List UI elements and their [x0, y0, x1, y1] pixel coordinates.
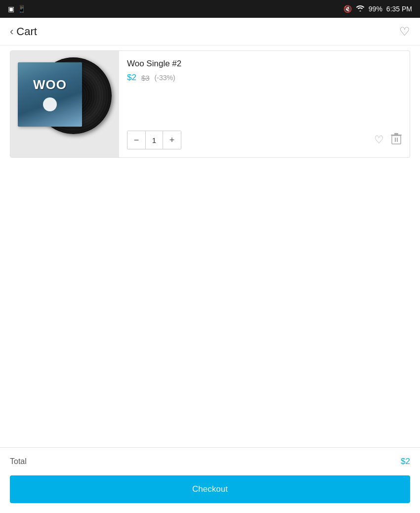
header-wishlist-icon[interactable]: ♡	[399, 25, 410, 39]
svg-rect-1	[395, 138, 396, 142]
wifi-icon	[356, 5, 365, 13]
header: ‹ Cart ♡	[0, 18, 420, 46]
total-label: Total	[10, 457, 27, 466]
quantity-increase-button[interactable]: +	[163, 131, 181, 149]
bottom-section: Total $2 Checkout	[0, 447, 420, 513]
item-pricing: $2 $3 (-33%)	[127, 73, 402, 83]
sim-icon: ▣	[8, 5, 14, 13]
quantity-decrease-button[interactable]: −	[127, 131, 145, 149]
trash-icon	[391, 133, 402, 145]
album-hole	[43, 97, 57, 111]
svg-rect-4	[394, 133, 398, 135]
status-bar: ▣ 📱 🔇 99% 6:35 PM	[0, 0, 420, 18]
album-cover: WOO	[18, 62, 82, 127]
quantity-control: − 1 +	[127, 131, 181, 149]
item-delete-button[interactable]	[391, 133, 402, 147]
time-display: 6:35 PM	[386, 5, 412, 13]
cart-container: WOO Woo Single #2 $2 $3 (-33%) − 1 +	[0, 50, 420, 158]
checkout-button[interactable]: Checkout	[10, 475, 410, 503]
page-title: Cart	[16, 25, 37, 38]
cart-item: WOO Woo Single #2 $2 $3 (-33%) − 1 +	[10, 50, 410, 158]
back-button[interactable]: ‹ Cart	[10, 25, 37, 38]
item-name: Woo Single #2	[127, 59, 402, 69]
mute-icon: 🔇	[343, 5, 352, 13]
item-actions: − 1 + ♡	[127, 126, 402, 149]
total-amount: $2	[401, 457, 410, 466]
phone-icon: 📱	[17, 5, 26, 13]
price-original: $3	[141, 74, 150, 82]
svg-rect-2	[397, 138, 398, 142]
item-wishlist-button[interactable]: ♡	[374, 134, 384, 146]
item-icon-group: ♡	[374, 133, 402, 147]
svg-rect-0	[392, 136, 401, 144]
price-current: $2	[127, 73, 136, 83]
back-chevron-icon: ‹	[10, 26, 13, 37]
svg-rect-3	[391, 135, 402, 136]
album-text: WOO	[33, 77, 67, 93]
quantity-value: 1	[145, 131, 163, 149]
battery-level: 99%	[369, 5, 382, 13]
total-row: Total $2	[0, 447, 420, 475]
status-right-info: 🔇 99% 6:35 PM	[343, 5, 412, 13]
status-left-icons: ▣ 📱	[8, 5, 26, 13]
item-image: WOO	[10, 51, 119, 157]
item-details: Woo Single #2 $2 $3 (-33%) − 1 + ♡	[119, 51, 410, 157]
price-discount: (-33%)	[155, 74, 175, 82]
album-art: WOO	[18, 57, 112, 151]
